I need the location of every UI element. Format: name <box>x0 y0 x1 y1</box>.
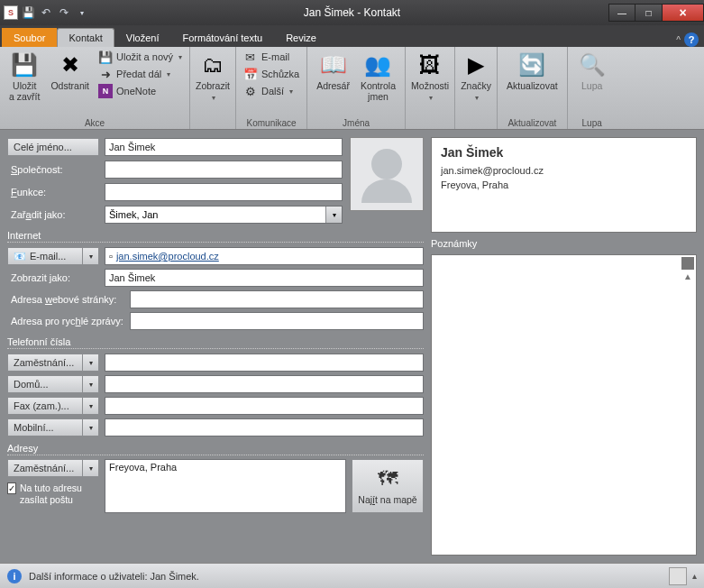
company-input[interactable] <box>105 161 343 179</box>
fullname-input[interactable] <box>105 138 343 156</box>
forward-button[interactable]: ➜Předat dál▾ <box>96 66 184 82</box>
phone4-picker[interactable]: Mobilní...▾ <box>7 418 99 436</box>
web-label: Adresa webové stránky: <box>7 294 124 305</box>
close-button[interactable]: × <box>663 4 704 22</box>
minimize-button[interactable]: — <box>608 4 635 22</box>
card-email: jan.simek@procloud.cz <box>441 165 687 176</box>
qat-dropdown-icon[interactable]: ▾ <box>74 5 90 21</box>
chevron-down-icon[interactable]: ▾ <box>83 375 99 393</box>
title-bar: S 💾 ↶ ↷ ▾ Jan Šimek - Kontakt — □ × <box>0 0 704 25</box>
save-icon[interactable]: 💾 <box>20 5 36 21</box>
tab-file[interactable]: Soubor <box>2 28 57 47</box>
scroll-up-icon[interactable]: ▲ <box>681 271 694 284</box>
ribbon-group-zoom: 🔍 Lupa Lupa <box>568 47 617 129</box>
map-button[interactable]: 🗺 Najít na mapě <box>352 459 424 513</box>
onenote-icon: N <box>98 84 113 98</box>
email-input[interactable]: ▫jan.simek@procloud.cz <box>105 247 424 265</box>
options-icon: 🖼 <box>416 51 444 79</box>
notes-header: Poznámky <box>431 238 697 249</box>
options-button[interactable]: 🖼 Možnosti▾ <box>407 49 453 104</box>
phone2-input[interactable] <box>105 375 424 393</box>
ribbon-group-names: 📖 Adresář 👥 Kontrola jmen Jména <box>307 47 406 129</box>
addressbook-button[interactable]: 📖 Adresář <box>313 49 353 94</box>
jobtitle-input[interactable] <box>105 183 343 201</box>
displayas-input[interactable] <box>105 269 424 287</box>
main-area: Celé jméno... Společnost: Funkce: Zařadi… <box>0 130 704 563</box>
tab-insert[interactable]: Vložení <box>114 28 171 47</box>
chevron-down-icon[interactable]: ▾ <box>325 207 342 223</box>
checknames-button[interactable]: 👥 Kontrola jmen <box>357 49 399 104</box>
delete-icon: ✖ <box>56 51 85 79</box>
show-icon: 🗂 <box>198 51 227 79</box>
update-icon: 🔄 <box>517 51 546 79</box>
phone3-picker[interactable]: Fax (zam.)...▾ <box>7 397 99 415</box>
chevron-down-icon[interactable]: ▾ <box>83 418 99 436</box>
tab-format[interactable]: Formátování textu <box>171 28 275 47</box>
mailing-checkbox-row[interactable]: ✓ Na tuto adresu zasílat poštu <box>7 482 99 505</box>
tags-button[interactable]: ▶ Značky▾ <box>457 49 495 104</box>
app-icon[interactable]: S <box>4 5 18 20</box>
im-input[interactable] <box>130 312 424 330</box>
save-new-button[interactable]: 💾Uložit a nový▾ <box>96 49 184 65</box>
jobtitle-label: Funkce: <box>7 187 99 198</box>
window-title: Jan Šimek - Kontakt <box>304 6 400 19</box>
email-picker[interactable]: 📧E-mail... ▾ <box>7 247 99 265</box>
chevron-down-icon[interactable]: ▾ <box>83 247 99 265</box>
ribbon-group-tags: ▶ Značky▾ <box>455 47 498 129</box>
tab-contact[interactable]: Kontakt <box>57 28 114 47</box>
checknames-icon: 👥 <box>363 51 392 79</box>
phone1-picker[interactable]: Zaměstnání...▾ <box>7 354 99 372</box>
minimize-ribbon-icon[interactable]: ^ <box>676 35 681 45</box>
business-card[interactable]: Jan Šimek jan.simek@procloud.cz Freyova,… <box>431 137 697 233</box>
presence-avatar-icon[interactable] <box>669 567 687 585</box>
window-controls: — □ × <box>608 4 704 22</box>
phone3-input[interactable] <box>105 397 424 415</box>
save-close-icon: 💾 <box>10 51 39 79</box>
card-name: Jan Šimek <box>441 145 687 160</box>
show-button[interactable]: 🗂 Zobrazit▾ <box>192 49 233 104</box>
im-label: Adresa pro rychlé zprávy: <box>7 316 124 326</box>
notes-area[interactable]: ▲ <box>431 254 697 556</box>
ribbon-group-comm: ✉E-mail 📅Schůzka ⚙Další▾ Komunikace <box>236 47 307 129</box>
expand-up-icon[interactable]: ▴ <box>692 571 697 581</box>
email-icon: ✉ <box>243 50 258 64</box>
redo-icon[interactable]: ↷ <box>56 5 72 21</box>
card-address: Freyova, Praha <box>441 179 687 190</box>
onenote-button[interactable]: NOneNote <box>96 83 184 99</box>
maximize-button[interactable]: □ <box>635 4 663 22</box>
chevron-down-icon[interactable]: ▾ <box>83 354 99 372</box>
fullname-button[interactable]: Celé jméno... <box>7 138 99 156</box>
map-icon: 🗺 <box>378 467 398 491</box>
status-text: Další informace o uživateli: Jan Šimek. <box>29 571 199 582</box>
notes-options-icon[interactable] <box>681 257 694 270</box>
tab-review[interactable]: Revize <box>274 28 328 47</box>
meeting-icon: 📅 <box>243 67 258 81</box>
company-label: Společnost: <box>7 164 99 175</box>
help-icon[interactable]: ? <box>684 32 699 47</box>
email-button[interactable]: ✉E-mail <box>242 49 301 65</box>
chevron-down-icon[interactable]: ▾ <box>83 397 99 415</box>
phone1-input[interactable] <box>105 354 424 372</box>
checkbox-icon[interactable]: ✓ <box>7 482 16 494</box>
ribbon-group-actions: 💾 Uložit a zavřít ✖ Odstranit 💾Uložit a … <box>0 47 190 129</box>
update-button[interactable]: 🔄 Aktualizovat <box>503 49 562 94</box>
phone2-picker[interactable]: Domů...▾ <box>7 375 99 393</box>
contact-photo[interactable] <box>350 137 424 211</box>
address-input[interactable] <box>105 459 346 513</box>
meeting-button[interactable]: 📅Schůzka <box>242 66 301 82</box>
section-internet: Internet <box>7 230 424 243</box>
undo-icon[interactable]: ↶ <box>38 5 54 21</box>
address-picker[interactable]: Zaměstnání...▾ <box>7 459 99 477</box>
web-input[interactable] <box>130 290 424 308</box>
phone4-input[interactable] <box>105 418 424 436</box>
section-addresses: Adresy <box>7 443 424 455</box>
forward-icon: ➜ <box>98 67 113 81</box>
delete-button[interactable]: ✖ Odstranit <box>47 49 93 94</box>
zoom-icon: 🔍 <box>578 51 607 79</box>
fileas-combo[interactable]: Šimek, Jan ▾ <box>105 206 343 224</box>
save-new-icon: 💾 <box>98 50 113 64</box>
chevron-down-icon[interactable]: ▾ <box>83 459 99 477</box>
save-close-button[interactable]: 💾 Uložit a zavřít <box>5 49 43 104</box>
more-button[interactable]: ⚙Další▾ <box>242 83 301 99</box>
zoom-button[interactable]: 🔍 Lupa <box>573 49 611 94</box>
